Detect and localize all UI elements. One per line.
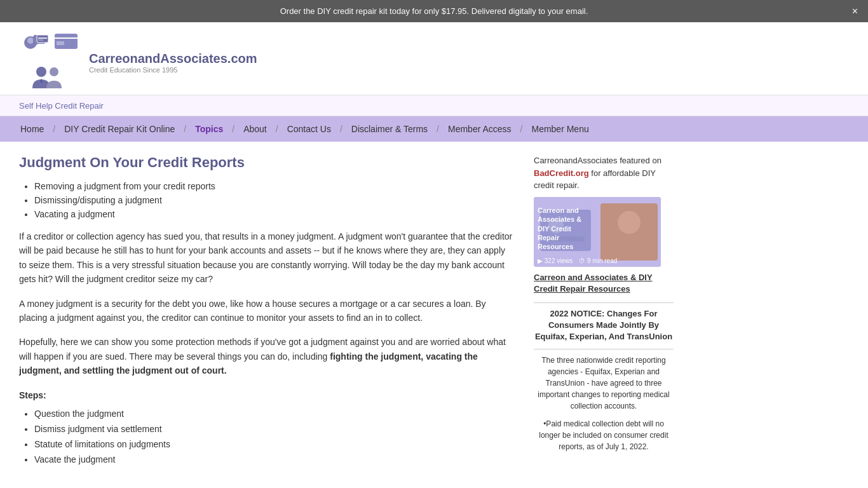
banner-text: Order the DIY credit repair kit today fo… [280,6,588,16]
nav-item-diy[interactable]: DIY Credit Repair Kit Online [57,116,182,142]
header: CarreonandAssociates.com Credit Educatio… [0,22,868,95]
blog-read: ⏱ 9 min read [579,257,617,264]
nav-link-diy[interactable]: DIY Credit Repair Kit Online [57,116,182,142]
sidebar: CarreonandAssociates featured on BadCred… [534,154,674,475]
svg-point-18 [618,211,641,234]
paragraph-1: If a creditor or collection agency has s… [19,229,515,287]
nav-sep-4: / [275,124,280,134]
page-title: Judgment On Your Credit Reports [19,154,515,171]
nav-item-member-menu[interactable]: Member Menu [524,116,596,142]
blog-views: ▶ 322 views [538,257,573,264]
blog-overlay-text: Carreon and Associates & DIY Credit Repa… [538,206,595,251]
nav-link-home[interactable]: Home [13,116,51,142]
people-icon [30,64,68,90]
nav-link-member-access[interactable]: Member Access [440,116,519,142]
logo-tagline: Credit Education Since 1995 [89,66,257,74]
logo-text: CarreonandAssociates.com Credit Educatio… [89,51,257,74]
svg-rect-19 [607,238,651,257]
intro-list: Removing a judgment from your credit rep… [34,181,515,219]
nav-item-home[interactable]: Home [13,116,51,142]
nav-item-contact[interactable]: Contact Us [280,116,339,142]
main-layout: Judgment On Your Credit Reports Removing… [0,142,868,487]
navbar: Home / DIY Credit Repair Kit Online / To… [0,116,868,142]
nav-item-about[interactable]: About [236,116,275,142]
paragraph-3: Hopefully, here we can show you some pro… [19,335,515,377]
svg-rect-4 [37,35,48,43]
nav-link-topics[interactable]: Topics [187,116,231,142]
svg-point-11 [50,67,58,76]
step-3: Statute of limitations on judgments [34,439,515,449]
paragraph-2: A money judgment is a security for the d… [19,297,515,325]
sidebar-body-text2: •Paid medical collection debt will no lo… [534,418,674,452]
blog-thumbnail[interactable]: BLOG Carreon and Associates & DIY Credit… [534,197,661,267]
nav-item-member-access[interactable]: Member Access [440,116,519,142]
logo-icon-row-top [19,32,79,64]
intro-list-item-1: Removing a judgment from your credit rep… [34,181,515,191]
top-banner: Order the DIY credit repair kit today fo… [0,0,868,22]
sidebar-featured-text: CarreonandAssociates featured on BadCred… [534,154,674,192]
sidebar-divider [534,302,674,303]
logo-graphic: CarreonandAssociates.com Credit Educatio… [19,32,257,90]
self-help-link[interactable]: Self Help Credit Repair [19,101,104,111]
intro-list-item-2: Dismissing/disputing a judgment [34,195,515,205]
nav-link-member-menu[interactable]: Member Menu [524,116,596,142]
nav-sep-2: / [182,124,187,134]
person-icon [19,32,51,64]
sidebar-divider2 [534,349,674,349]
content-area: Judgment On Your Credit Reports Removing… [19,154,515,475]
step-4: Vacate the judgment [34,454,515,464]
logo-area: CarreonandAssociates.com Credit Educatio… [19,32,257,90]
blog-stats: ▶ 322 views ⏱ 9 min read [538,257,617,264]
featured-text-before: CarreonandAssociates featured on [534,156,661,165]
card-icon [53,32,79,55]
nav-link-about[interactable]: About [236,116,275,142]
nav-sep-1: / [51,124,57,134]
nav-link-disclaimer[interactable]: Disclaimer & Terms [344,116,435,142]
svg-point-1 [27,37,34,44]
steps-list: Question the judgment Dismiss judgment v… [34,409,515,464]
sidebar-body-text: The three nationwide credit reporting ag… [534,355,674,412]
logo-icons [19,32,79,90]
nav-sep-5: / [339,124,344,134]
notice-title: 2022 NOTICE: Changes For Consumers Made … [534,308,674,343]
nav-sep-6: / [435,124,440,134]
svg-rect-9 [57,41,64,45]
bad-credit-link[interactable]: BadCredit.org [534,168,589,178]
blog-title-link[interactable]: Carreon and Associates & DIY Credit Repa… [534,272,674,295]
nav-item-disclaimer[interactable]: Disclaimer & Terms [344,116,435,142]
nav-sep-3: / [231,124,236,134]
intro-list-item-3: Vacating a judgment [34,209,515,219]
nav-item-topics[interactable]: Topics [187,116,231,142]
svg-point-10 [36,67,46,77]
close-banner-button[interactable]: × [852,6,858,17]
nav-link-contact[interactable]: Contact Us [280,116,339,142]
nav-sep-7: / [519,124,524,134]
logo-name: CarreonandAssociates.com [89,51,257,66]
steps-label: Steps: [19,388,515,402]
step-2: Dismiss judgment via settlement [34,424,515,434]
step-1: Question the judgment [34,409,515,419]
sub-header: Self Help Credit Repair [0,95,868,116]
nav-list: Home / DIY Credit Repair Kit Online / To… [13,116,855,142]
